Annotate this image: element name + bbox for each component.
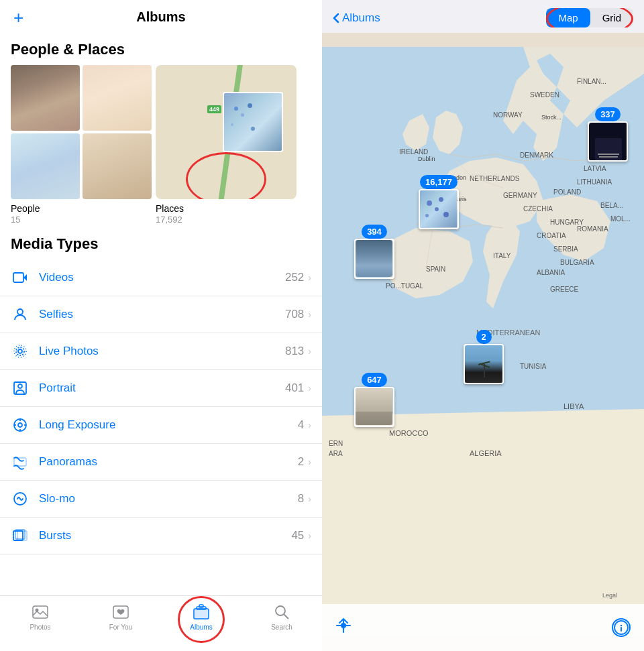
panoramas-count: 2 — [298, 455, 304, 469]
media-item-videos[interactable]: Videos 252 › — [0, 259, 322, 296]
map-toggle-grid[interactable]: Grid — [590, 8, 633, 27]
map-back-button[interactable]: Albums — [333, 11, 380, 25]
svg-text:NETHERLANDS: NETHERLANDS — [470, 175, 520, 182]
media-item-selfies[interactable]: Selfies 708 › — [0, 296, 322, 333]
pin-2-photo — [464, 344, 504, 384]
bursts-chevron: › — [308, 530, 311, 541]
map-toggle-map[interactable]: Map — [546, 8, 590, 27]
pin-647-photo — [354, 387, 394, 427]
svg-text:CZECHIA: CZECHIA — [523, 205, 553, 213]
pin-337-bubble: 337 — [595, 107, 621, 121]
person-photo-4[interactable] — [83, 133, 152, 199]
panoramas-chevron: › — [308, 457, 311, 467]
places-count: 17,592 — [156, 215, 297, 225]
svg-text:MOL...: MOL... — [610, 215, 631, 223]
live-photos-label: Live Photos — [39, 345, 285, 358]
svg-text:TUNISIA: TUNISIA — [520, 363, 547, 370]
left-panel: + Albums People & Places — [0, 0, 322, 651]
panoramas-label: Panoramas — [39, 455, 298, 469]
svg-text:SWEDEN: SWEDEN — [530, 91, 559, 99]
tab-albums[interactable]: Albums — [161, 601, 241, 631]
people-count: 15 — [11, 215, 152, 225]
people-grid[interactable] — [11, 65, 152, 199]
person-photo-2[interactable] — [83, 65, 152, 131]
live-photos-count: 813 — [285, 345, 304, 358]
svg-text:ROMANIA: ROMANIA — [577, 225, 608, 233]
tab-photos[interactable]: Photos — [0, 601, 80, 631]
tab-search[interactable]: Search — [241, 601, 322, 631]
places-label: Places — [156, 203, 297, 214]
media-item-portrait[interactable]: Portrait 401 › — [0, 370, 322, 407]
selfies-label: Selfies — [39, 308, 285, 321]
selfie-icon — [11, 305, 30, 324]
video-icon — [11, 268, 30, 287]
svg-rect-25 — [199, 605, 203, 607]
media-item-panoramas[interactable]: Panoramas 2 › — [0, 444, 322, 481]
svg-text:LIBYA: LIBYA — [564, 402, 584, 410]
live-photos-chevron: › — [308, 346, 311, 357]
pin-16177-photo — [419, 189, 459, 229]
svg-text:ALGERIA: ALGERIA — [470, 449, 502, 457]
svg-line-27 — [284, 614, 288, 619]
svg-text:ARA: ARA — [329, 450, 343, 457]
svg-text:NORWAY: NORWAY — [493, 111, 523, 119]
person-photo-3[interactable] — [11, 133, 80, 199]
person-photo-1[interactable] — [11, 65, 80, 131]
media-item-long-exposure[interactable]: Long Exposure 4 › — [0, 407, 322, 444]
svg-text:MOROCCO: MOROCCO — [389, 429, 429, 437]
add-button[interactable]: + — [13, 9, 23, 26]
albums-header: + Albums — [0, 0, 322, 30]
pin-647-bubble: 647 — [362, 373, 387, 387]
slo-mo-label: Slo-mo — [39, 492, 298, 506]
media-item-bursts[interactable]: Bursts 45 › — [0, 518, 322, 554]
albums-content: People & Places — [0, 30, 322, 595]
svg-text:ITALY: ITALY — [493, 252, 511, 259]
search-tab-label: Search — [271, 624, 292, 631]
svg-text:BULGARIA: BULGARIA — [560, 259, 594, 266]
long-exposure-count: 4 — [298, 418, 304, 432]
map-pin-337[interactable]: 337 — [588, 107, 628, 162]
videos-label: Videos — [39, 271, 285, 284]
svg-rect-0 — [13, 273, 23, 282]
svg-text:GREECE: GREECE — [550, 286, 579, 293]
info-button[interactable] — [612, 618, 631, 637]
tab-for-you[interactable]: For You — [80, 601, 161, 631]
map-pin-647[interactable]: 647 — [354, 373, 394, 427]
svg-text:Dublin: Dublin — [418, 156, 435, 162]
map-grid-toggle: Map Grid — [546, 8, 633, 27]
svg-text:IRELAND: IRELAND — [399, 148, 428, 156]
map-panel: Albums Map Grid — [322, 0, 644, 651]
svg-point-9 — [18, 423, 22, 427]
pin-16177-bubble: 16,177 — [420, 175, 458, 189]
bursts-count: 45 — [291, 529, 304, 542]
pin-394-bubble: 394 — [362, 225, 387, 239]
map-pin-16177[interactable]: 16,177 — [419, 175, 459, 229]
people-places-title: People & Places — [0, 30, 322, 65]
people-places-section: People & Places — [0, 30, 322, 225]
people-label-col: People 15 — [11, 203, 152, 225]
svg-text:Stock...: Stock... — [541, 114, 561, 121]
bursts-icon — [11, 526, 30, 545]
places-map-container[interactable]: 449 — [156, 65, 297, 199]
selfies-count: 708 — [285, 308, 304, 321]
portrait-chevron: › — [308, 383, 311, 394]
map-pin-2[interactable]: 2 — [464, 330, 504, 384]
svg-text:CROATIA: CROATIA — [537, 232, 566, 239]
people-places-labels: People 15 Places 17,592 — [0, 199, 322, 225]
media-item-slo-mo[interactable]: Slo-mo 8 › — [0, 481, 322, 518]
slo-mo-chevron: › — [308, 493, 311, 504]
for-you-tab-icon — [111, 603, 130, 622]
svg-point-7 — [18, 384, 22, 388]
location-button[interactable] — [335, 617, 352, 638]
photos-tab-icon — [31, 603, 50, 622]
pin-337-photo — [588, 121, 628, 162]
pin-2-bubble: 2 — [476, 330, 492, 344]
selfies-chevron: › — [308, 309, 311, 320]
map-pin-394[interactable]: 394 — [354, 225, 394, 279]
legal-text: Legal — [602, 592, 617, 599]
portrait-count: 401 — [285, 381, 304, 395]
long-exposure-chevron: › — [308, 420, 311, 430]
media-item-live-photos[interactable]: Live Photos 813 › — [0, 333, 322, 370]
pin-394-photo — [354, 239, 394, 279]
map-area[interactable]: MEDITERRANEAN SWEDEN NORWAY FINLAN... LA… — [322, 33, 644, 651]
